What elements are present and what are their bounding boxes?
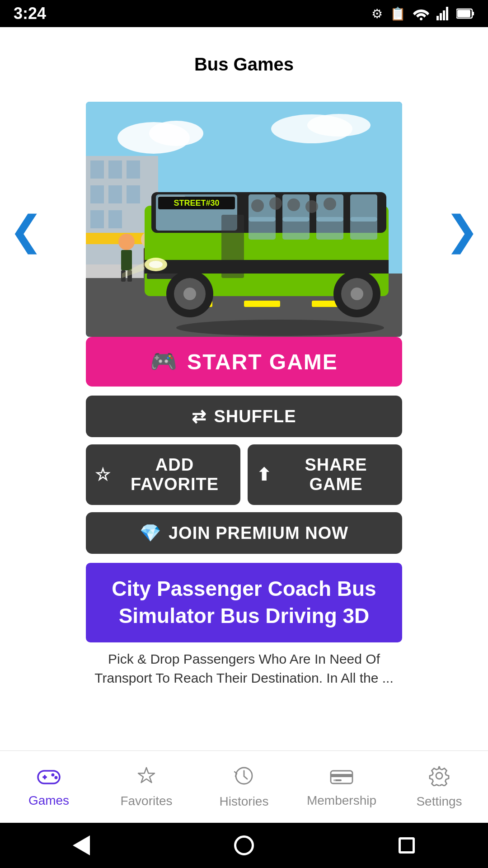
shuffle-icon: ⇄ bbox=[192, 406, 206, 426]
game-description: Pick & Drop Passengers Who Are In Need O… bbox=[86, 650, 402, 686]
prev-arrow[interactable]: ❮ bbox=[9, 210, 43, 251]
game-title: City Passenger Coach Bus Simulator Bus D… bbox=[97, 576, 391, 630]
svg-point-10 bbox=[149, 121, 203, 146]
status-bar: 3:24 ⚙ 📋 bbox=[0, 0, 488, 27]
svg-point-28 bbox=[118, 234, 135, 250]
settings-icon bbox=[429, 765, 450, 790]
share-icon: ⬆ bbox=[257, 465, 272, 485]
svg-point-67 bbox=[351, 288, 363, 300]
settings-status-icon: ⚙ bbox=[371, 6, 383, 21]
svg-point-12 bbox=[307, 114, 371, 137]
svg-rect-48 bbox=[282, 217, 310, 240]
action-buttons: ⇄ SHUFFLE ☆ ADD FAVORITE ⬆ SHARE GAME 💎 … bbox=[86, 396, 402, 554]
games-nav-label: Games bbox=[28, 793, 69, 808]
svg-rect-19 bbox=[127, 185, 140, 203]
shuffle-button[interactable]: ⇄ SHUFFLE bbox=[86, 396, 402, 437]
svg-rect-50 bbox=[350, 217, 377, 240]
add-favorite-button[interactable]: ☆ ADD FAVORITE bbox=[86, 444, 240, 505]
join-premium-label: JOIN PREMIUM NOW bbox=[169, 524, 348, 543]
svg-point-54 bbox=[305, 200, 318, 213]
diamond-icon: 💎 bbox=[140, 523, 161, 543]
svg-rect-49 bbox=[316, 217, 343, 240]
svg-rect-1 bbox=[436, 16, 439, 20]
svg-point-53 bbox=[287, 198, 300, 211]
status-icons: ⚙ 📋 bbox=[371, 6, 474, 21]
svg-rect-25 bbox=[244, 301, 280, 307]
nav-item-favorites[interactable]: Favorites bbox=[98, 766, 195, 808]
favorites-icon bbox=[136, 766, 157, 789]
svg-point-78 bbox=[436, 773, 442, 779]
android-nav bbox=[0, 823, 488, 868]
svg-point-72 bbox=[55, 776, 58, 779]
wifi-icon bbox=[413, 7, 429, 20]
svg-rect-21 bbox=[108, 210, 122, 228]
svg-rect-16 bbox=[127, 160, 140, 179]
svg-rect-2 bbox=[440, 13, 442, 20]
share-game-button[interactable]: ⬆ SHARE GAME bbox=[248, 444, 402, 505]
status-time: 3:24 bbox=[14, 4, 46, 23]
svg-rect-75 bbox=[331, 774, 352, 777]
start-game-button[interactable]: 🎮 START GAME bbox=[86, 337, 402, 387]
game-image: STREET#30 bbox=[86, 102, 402, 337]
svg-rect-7 bbox=[457, 10, 470, 17]
back-icon bbox=[73, 835, 90, 855]
clipboard-status-icon: 📋 bbox=[390, 6, 406, 21]
signal-icon bbox=[436, 7, 449, 20]
home-icon bbox=[234, 835, 254, 855]
svg-rect-3 bbox=[443, 10, 445, 20]
card-area: ❮ bbox=[0, 102, 488, 686]
svg-rect-17 bbox=[90, 185, 104, 203]
join-premium-button[interactable]: 💎 JOIN PREMIUM NOW bbox=[86, 512, 402, 554]
svg-rect-6 bbox=[472, 12, 474, 15]
svg-point-52 bbox=[269, 197, 282, 210]
recents-icon bbox=[399, 837, 415, 854]
next-arrow[interactable]: ❯ bbox=[445, 210, 479, 251]
recents-button[interactable] bbox=[393, 832, 420, 859]
svg-rect-18 bbox=[108, 185, 122, 203]
start-game-label: START GAME bbox=[187, 349, 338, 374]
home-button[interactable] bbox=[230, 832, 258, 859]
page-title: Bus Games bbox=[194, 54, 294, 75]
membership-icon bbox=[330, 766, 353, 789]
start-game-icon: 🎮 bbox=[150, 349, 178, 374]
star-icon: ☆ bbox=[95, 465, 111, 485]
svg-point-0 bbox=[420, 18, 422, 20]
main-content: Bus Games ❮ bbox=[0, 27, 488, 750]
game-title-banner: City Passenger Coach Bus Simulator Bus D… bbox=[86, 563, 402, 642]
back-button[interactable] bbox=[68, 832, 95, 859]
nav-item-histories[interactable]: Histories bbox=[195, 765, 293, 809]
share-game-label: SHARE GAME bbox=[279, 455, 393, 494]
nav-item-membership[interactable]: Membership bbox=[293, 766, 390, 808]
nav-item-settings[interactable]: Settings bbox=[390, 765, 488, 809]
svg-rect-77 bbox=[333, 779, 336, 781]
settings-nav-label: Settings bbox=[416, 794, 462, 809]
svg-point-51 bbox=[251, 199, 264, 212]
games-icon bbox=[37, 766, 61, 789]
svg-rect-47 bbox=[249, 217, 276, 240]
svg-rect-4 bbox=[446, 7, 448, 20]
histories-icon bbox=[234, 765, 254, 790]
btn-row-2: ☆ ADD FAVORITE ⬆ SHARE GAME bbox=[86, 444, 402, 505]
svg-text:STREET#30: STREET#30 bbox=[174, 198, 219, 208]
add-favorite-label: ADD FAVORITE bbox=[118, 455, 231, 494]
favorites-nav-label: Favorites bbox=[120, 794, 172, 808]
membership-nav-label: Membership bbox=[307, 793, 376, 808]
battery-icon bbox=[456, 8, 474, 19]
svg-point-59 bbox=[149, 261, 163, 268]
svg-rect-70 bbox=[44, 775, 46, 779]
svg-point-64 bbox=[183, 288, 196, 300]
svg-rect-14 bbox=[90, 160, 104, 179]
svg-rect-29 bbox=[121, 250, 132, 270]
histories-nav-label: Histories bbox=[220, 794, 269, 809]
svg-point-55 bbox=[324, 198, 336, 210]
svg-point-36 bbox=[176, 320, 384, 336]
svg-point-71 bbox=[52, 773, 55, 776]
svg-rect-15 bbox=[108, 160, 122, 179]
shuffle-label: SHUFFLE bbox=[214, 407, 296, 426]
svg-rect-20 bbox=[90, 210, 104, 228]
nav-item-games[interactable]: Games bbox=[0, 766, 98, 808]
bottom-nav: Games Favorites Histories bbox=[0, 750, 488, 823]
